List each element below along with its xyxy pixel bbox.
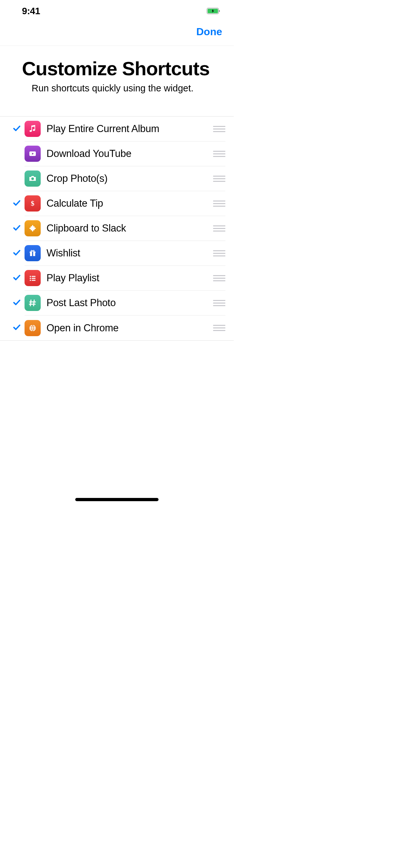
checkmark-toggle[interactable] [9, 124, 25, 134]
status-time: 9:41 [22, 6, 40, 17]
home-indicator[interactable] [75, 498, 158, 501]
camera-icon [25, 170, 41, 187]
svg-rect-14 [32, 280, 35, 281]
drag-handle-icon[interactable] [213, 325, 225, 331]
puzzle-icon [25, 220, 41, 237]
checkmark-toggle[interactable] [9, 273, 25, 283]
shortcut-row[interactable]: Crop Photo(s) [0, 166, 234, 191]
checkmark-toggle[interactable] [9, 223, 25, 234]
shortcut-label: Download YouTube [47, 148, 213, 159]
shortcut-row[interactable]: Download YouTube [0, 142, 234, 166]
checkmark-toggle[interactable] [9, 323, 25, 333]
checkmark-icon [12, 323, 21, 333]
drag-handle-icon[interactable] [213, 275, 225, 281]
checkmark-icon [12, 273, 21, 283]
checkmark-icon [12, 198, 21, 209]
drag-handle-icon[interactable] [213, 176, 225, 182]
shortcut-row[interactable]: Wishlist [0, 241, 234, 266]
shortcut-label: Wishlist [47, 247, 213, 259]
globe-icon [25, 320, 41, 336]
play-video-icon [25, 146, 41, 162]
svg-rect-10 [32, 276, 35, 277]
shortcut-label: Play Playlist [47, 272, 213, 284]
drag-handle-icon[interactable] [213, 200, 225, 207]
shortcut-row[interactable]: Open in Chrome [0, 315, 234, 340]
list-icon [25, 270, 41, 286]
shortcut-row[interactable]: Play Entire Current Album [0, 117, 234, 142]
checkmark-icon [12, 298, 21, 308]
shortcut-label: Clipboard to Slack [47, 222, 213, 234]
svg-point-9 [30, 276, 31, 277]
svg-rect-2 [219, 10, 220, 12]
checkmark-toggle[interactable] [9, 248, 25, 259]
shortcut-label: Open in Chrome [47, 322, 213, 334]
checkmark-toggle[interactable] [9, 198, 25, 209]
dollar-icon: $ [25, 195, 41, 212]
svg-rect-12 [32, 278, 35, 279]
checkmark-icon [12, 124, 21, 134]
svg-text:$: $ [31, 199, 35, 207]
svg-rect-8 [32, 252, 33, 256]
drag-handle-icon[interactable] [213, 250, 225, 256]
done-button[interactable]: Done [196, 26, 222, 38]
page-subtitle: Run shortcuts quickly using the widget. [22, 83, 221, 94]
shortcut-label: Calculate Tip [47, 197, 213, 209]
hashtag-icon [25, 295, 41, 311]
page-title: Customize Shortcuts [22, 58, 221, 80]
battery-charging-icon [207, 7, 221, 14]
header: Customize Shortcuts Run shortcuts quickl… [0, 46, 234, 103]
shortcut-row[interactable]: Play Playlist [0, 266, 234, 290]
nav-bar: Done [0, 18, 234, 46]
gift-icon [25, 245, 41, 261]
svg-point-11 [30, 278, 31, 279]
shortcut-row[interactable]: $Calculate Tip [0, 191, 234, 216]
drag-handle-icon[interactable] [213, 151, 225, 157]
checkmark-icon [12, 223, 21, 234]
shortcut-row[interactable]: Post Last Photo [0, 290, 234, 315]
drag-handle-icon[interactable] [213, 300, 225, 306]
status-bar: 9:41 [0, 0, 234, 18]
shortcuts-list: Play Entire Current AlbumDownload YouTub… [0, 116, 234, 341]
checkmark-toggle[interactable] [9, 298, 25, 308]
shortcut-row[interactable]: Clipboard to Slack [0, 216, 234, 241]
checkmark-icon [12, 248, 21, 259]
shortcut-label: Crop Photo(s) [47, 173, 213, 184]
drag-handle-icon[interactable] [213, 126, 225, 132]
svg-point-4 [31, 178, 34, 180]
shortcut-label: Post Last Photo [47, 297, 213, 309]
drag-handle-icon[interactable] [213, 225, 225, 231]
svg-point-13 [30, 280, 31, 281]
music-note-icon [25, 121, 41, 137]
shortcut-label: Play Entire Current Album [47, 123, 213, 135]
